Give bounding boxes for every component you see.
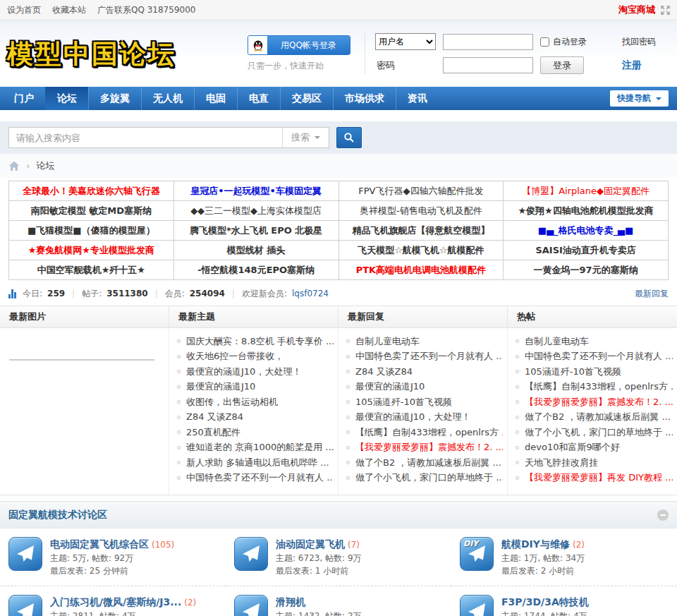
nav-item[interactable]: 电固 [194,87,237,110]
nav-item[interactable]: 论坛 [45,87,88,110]
topic-link[interactable]: 【我爱萝丽爱萝丽】震撼发布！2. ... [346,440,503,456]
topic-link[interactable]: 250直机配件 [177,425,334,440]
search-button[interactable] [336,127,362,148]
ad-link[interactable]: 皇冠店•一起玩模型•车模固定翼 [174,181,339,201]
topic-link[interactable]: 天地飞脖挂改肩挂 [516,455,673,471]
topic-link[interactable]: 做了个B2 ，请教加减速板后副翼 ... [346,455,503,471]
ad-link[interactable]: ★赛兔航模网★专业模型批发商 [9,241,174,260]
forum-title-link[interactable]: 航模DIY与维修 [501,538,570,550]
topic-link[interactable]: 收图传，出售运动相机 [177,394,334,410]
search-type-select[interactable]: 搜索 [282,128,329,147]
topic-link[interactable]: 最便宜的涵道J10，大处理！ [177,364,334,380]
topic-link[interactable]: 中国特色卖了还不到一个月就有人 ... [516,349,673,365]
topic-link[interactable]: 【纸鹰】自制433增程，openlrs方 ... [346,425,503,440]
ad-link[interactable]: ◆◆三二一模型◆上海实体模型店 [174,201,339,221]
topic-link[interactable]: Z84 又谈Z84 [346,364,503,380]
airplane-icon[interactable] [8,595,42,616]
breadcrumb-forum-link[interactable]: 论坛 [37,159,55,172]
site-logo[interactable]: 模型中国论坛 [7,41,176,67]
collapse-button[interactable] [657,509,669,521]
topic-link[interactable]: 105涵道歼-10首飞视频 [516,364,673,380]
topic-link[interactable]: 谁知道老的 京商1000的船桨是用 ... [177,440,334,456]
nav-item[interactable]: 门户 [3,87,45,110]
airplane-icon[interactable] [234,537,268,571]
forgot-password-link[interactable]: 找回密码 [622,36,667,48]
topic-link[interactable]: 105涵道歼-10首飞视频 [346,394,503,410]
topic-link[interactable]: 自制儿童电动车 [516,334,673,349]
tab-latest-topics[interactable]: 最新主题 [169,306,338,327]
topic-link[interactable]: 自制儿童电动车 [346,334,503,349]
ad-link[interactable]: 全球最小！美嘉欣迷你六轴飞行器 [9,181,174,201]
topbar-link[interactable]: 广告联系QQ 318759000 [97,4,195,16]
topbar-link[interactable]: 收藏本站 [52,4,86,16]
topic-link[interactable]: 做了个B2 ，请教加减速板后副翼 ... [516,410,673,425]
ad-link[interactable]: ■飞猫模型■（傻猫的模型屋） [9,221,174,241]
forum-category-title[interactable]: 固定翼航模技术讨论区 [8,509,107,521]
tab-latest-replies[interactable]: 最新回复 [338,306,508,327]
topic-link[interactable]: 做了个小飞机，家门口的草地终于 ... [516,425,673,440]
topic-link[interactable]: 收天地6控一台带接收， [177,349,334,365]
nav-item[interactable]: 电直 [237,87,280,110]
ad-link[interactable]: ★俊翔★四轴电池舵机模型批发商 [504,201,669,221]
newest-member-link[interactable]: lqsf0724 [292,289,329,298]
forum-block[interactable]: 电动固定翼飞机综合区(105) 主题: 5万, 帖数: 92万 最后发表: 25… [0,529,226,586]
topic-link[interactable]: 最便宜的涵道J10 [346,380,503,395]
forum-last-post[interactable]: 最后发表: 1 小时前 [276,564,362,577]
topic-link[interactable]: 最便宜的涵道J10 [177,380,334,395]
forum-block[interactable]: 滑翔机 主题: 1432, 帖数: 2万 最后发表: 昨天 17:32 [226,586,451,616]
topic-link[interactable]: 【我爱萝丽爱萝丽】再发 DIY教程 ... [516,471,673,486]
ad-link[interactable]: PTK高端电机电调电池航模配件 [339,260,504,280]
forum-title-link[interactable]: 油动固定翼飞机 [276,538,345,550]
nav-item[interactable]: 交易区 [280,87,333,110]
login-type-select[interactable]: 用户名 [375,33,436,50]
ad-link[interactable]: ■▄_格氏电池专卖_▄■ [504,221,669,241]
forum-last-post[interactable]: 最后发表: 2 小时前 [501,564,585,577]
topic-link[interactable]: 国庆大酬宾：8.8空机 手机专享价 ... [177,334,334,349]
nav-item[interactable]: 无人机 [141,87,194,110]
airplane-icon[interactable] [234,595,268,616]
topic-link[interactable]: 【纸鹰】自制433增程，openlrs方 ... [516,380,673,395]
taobao-mall-link[interactable]: 淘宝商城 [618,4,655,16]
auto-login-checkbox[interactable] [540,37,549,47]
forum-title-link[interactable]: 电动固定翼飞机综合区 [50,538,149,550]
topic-link[interactable]: 【我爱萝丽爱萝丽】震撼发布！2. ... [516,394,673,410]
forum-last-post[interactable]: 最后发表: 25 分钟前 [50,564,174,577]
topic-link[interactable]: 中国特色卖了还不到一个月就有人 ... [177,471,334,486]
ad-link[interactable]: 南阳敏定模型 敏定MD塞斯纳 [9,201,174,221]
forum-block[interactable]: F3P/3D/3A特技机 主题: 1744, 帖数: 4万 最后发表: 昨天 2… [451,586,677,616]
password-input[interactable] [443,57,533,73]
nav-item[interactable]: 市场供求 [333,87,396,110]
qq-login-button[interactable]: 用QQ帐号登录 [248,35,350,55]
expand-icon[interactable] [661,6,670,15]
home-icon[interactable] [8,161,20,171]
forum-title-link[interactable]: 滑翔机 [276,596,305,608]
airplane-icon[interactable] [460,595,494,616]
tab-latest-images[interactable]: 最新图片 [0,306,169,327]
forum-block[interactable]: 油动固定翼飞机(7) 主题: 6723, 帖数: 9万 最后发表: 1 小时前 [226,529,451,586]
ad-link[interactable]: FPV飞行器◆四轴六轴配件批发 [339,181,504,201]
topic-link[interactable]: devo10和富斯9哪个好 [516,440,673,456]
ad-link[interactable]: 奥祥模型-销售电动飞机及配件 [339,201,504,221]
airplane-icon[interactable]: DIY [460,537,494,571]
forum-title-link[interactable]: 入门练习机/微风/塞斯纳/J3... [50,596,181,608]
ad-link[interactable]: 模型线材 插头 [174,241,339,260]
ad-link[interactable]: 飞天模型☆航模飞机☆航模配件 [339,241,504,260]
register-link[interactable]: 注册 [622,59,667,72]
latest-reply-link[interactable]: 最新回复 [635,288,669,300]
ad-link[interactable]: 精品飞机旗舰店【得意航空模型】 [339,221,504,241]
topbar-link[interactable]: 设为首页 [7,4,41,16]
auto-login-option[interactable]: 自动登录 [540,36,615,48]
ad-link[interactable]: 一黄金坞一97元的塞斯纳 [504,260,669,280]
forum-block[interactable]: 入门练习机/微风/塞斯纳/J3...(2) 主题: 2811, 帖数: 4万 最… [0,586,226,616]
username-input[interactable] [443,34,533,50]
tab-hot-posts[interactable]: 热帖 [508,306,677,327]
login-button[interactable]: 登录 [540,56,584,74]
topic-link[interactable]: 中国特色卖了还不到一个月就有人 ... [346,349,503,365]
nav-item[interactable]: 多旋翼 [88,87,141,110]
ad-link[interactable]: 中国空军舰载机★歼十五★ [9,260,174,280]
search-input[interactable] [9,133,282,143]
ad-link[interactable]: 腾飞模型*水上飞机 EPO 北极星 [174,221,339,241]
ad-link[interactable]: 【博盟】Airplane◆固定翼配件 [504,181,669,201]
ad-link[interactable]: -悟空航模148元EPO塞斯纳 [174,260,339,280]
topic-link[interactable]: Z84 又谈Z84 [177,410,334,425]
